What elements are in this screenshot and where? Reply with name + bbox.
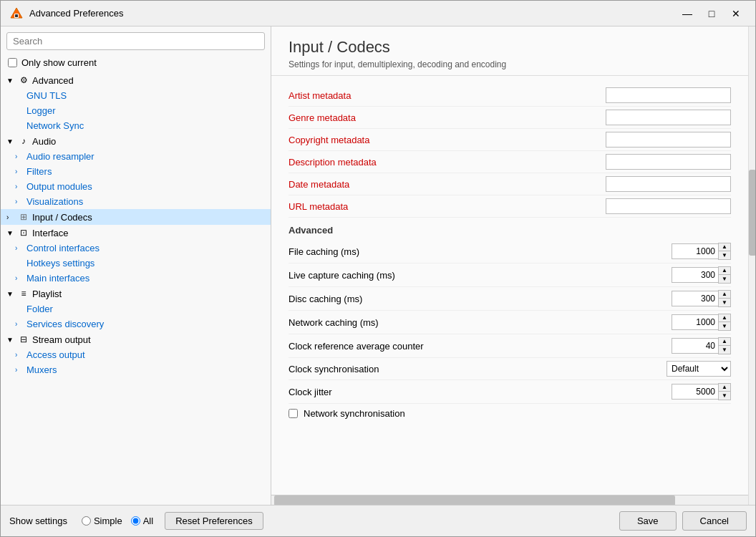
tree-item-audio[interactable]: ▼ ♪ Audio [1, 133, 271, 149]
tree-item-audio-resampler[interactable]: › Audio resampler [1, 149, 271, 164]
radio-simple-input[interactable] [82, 516, 91, 526]
vlc-icon [9, 6, 24, 21]
tree-label-stream-output: Stream output [32, 334, 91, 345]
tree-item-logger[interactable]: Logger [1, 103, 271, 118]
spinbox-down-network-caching[interactable]: ▼ [719, 322, 730, 330]
tree-item-interface[interactable]: ▼ ⊡ Interface [1, 225, 271, 241]
only-show-current-row: Only show current [1, 56, 271, 72]
spinbox-up-file-caching[interactable]: ▲ [719, 243, 730, 251]
field-row-clock-ref: Clock reference average counter ▲ ▼ [289, 334, 731, 358]
clock-sync-dropdown[interactable]: Default None Average [667, 361, 731, 377]
advanced-section-header: Advanced [289, 218, 731, 240]
tree-label-main-interfaces: Main interfaces [26, 273, 89, 284]
field-label-artist: Artist metadata [289, 90, 606, 101]
spinbox-up-clock-ref[interactable]: ▲ [719, 338, 730, 346]
network-sync-checkbox[interactable] [289, 409, 298, 418]
spinbox-clock-ref: ▲ ▼ [672, 337, 731, 354]
field-input-copyright[interactable] [606, 132, 731, 147]
radio-all-input[interactable] [131, 516, 140, 526]
field-input-artist[interactable] [606, 87, 731, 103]
arrow-main-interfaces: › [15, 274, 24, 282]
radio-all: All [131, 516, 153, 526]
network-sync-row: Network synchronisation [289, 404, 731, 423]
tree-item-control-interfaces[interactable]: › Control interfaces [1, 241, 271, 256]
arrow-audio: ▼ [6, 137, 15, 145]
spinbox-down-disc-caching[interactable]: ▼ [719, 299, 730, 306]
radio-group-settings: Simple All [82, 516, 153, 526]
field-input-url[interactable] [606, 198, 731, 214]
arrow-control-interfaces: › [15, 244, 24, 252]
tree-item-output-modules[interactable]: › Output modules [1, 179, 271, 194]
tree-item-visualizations[interactable]: › Visualizations [1, 194, 271, 209]
tree-item-filters[interactable]: › Filters [1, 164, 271, 179]
tree-item-playlist[interactable]: ▼ ≡ Playlist [1, 286, 271, 301]
tree-item-main-interfaces[interactable]: › Main interfaces [1, 271, 271, 286]
bottom-bar: Show settings Simple All Reset Preferenc… [1, 505, 755, 536]
spinbox-input-clock-ref[interactable] [672, 338, 718, 354]
spinbox-arrows-file-caching: ▲ ▼ [718, 243, 731, 260]
field-input-genre[interactable] [606, 110, 731, 125]
tree-item-muxers[interactable]: › Muxers [1, 362, 271, 377]
field-row-genre: Genre metadata [289, 107, 731, 129]
field-row-live-caching: Live capture caching (ms) ▲ ▼ [289, 263, 731, 287]
horizontal-scrollbar-thumb [274, 495, 675, 505]
title-bar: Advanced Preferences — □ ✕ [1, 1, 755, 26]
tree-item-services-discovery[interactable]: › Services discovery [1, 316, 271, 332]
tree-label-control-interfaces: Control interfaces [26, 243, 100, 253]
panel-subtitle: Settings for input, demultiplexing, deco… [289, 59, 731, 69]
field-row-artist: Artist metadata [289, 84, 731, 107]
spinbox-down-file-caching[interactable]: ▼ [719, 251, 730, 259]
minimize-button[interactable]: — [677, 5, 698, 22]
spinbox-up-live-caching[interactable]: ▲ [719, 267, 730, 275]
horizontal-scrollbar[interactable] [271, 495, 748, 505]
spinbox-input-live-caching[interactable] [672, 267, 718, 283]
tree-label-services-discovery: Services discovery [26, 319, 104, 329]
spinbox-down-clock-jitter[interactable]: ▼ [719, 392, 730, 400]
tree-label-network-sync: Network Sync [26, 120, 84, 131]
vertical-scrollbar[interactable] [748, 26, 755, 505]
content-area: Only show current ▼ ⚙ Advanced GNU TLS L… [1, 26, 755, 505]
tree-label-interface: Interface [32, 228, 69, 238]
action-buttons: Save Cancel [619, 511, 747, 531]
tree-item-advanced[interactable]: ▼ ⚙ Advanced [1, 72, 271, 88]
tree-item-folder[interactable]: Folder [1, 301, 271, 316]
spinbox-input-disc-caching[interactable] [672, 291, 718, 306]
spinbox-input-clock-jitter[interactable] [672, 384, 718, 400]
field-label-network-caching: Network caching (ms) [289, 317, 672, 328]
tree-label-muxers: Muxers [26, 364, 57, 375]
save-button[interactable]: Save [619, 511, 677, 531]
tree-item-network-sync[interactable]: Network Sync [1, 118, 271, 133]
spinbox-down-clock-ref[interactable]: ▼ [719, 346, 730, 354]
spinbox-disc-caching: ▲ ▼ [672, 290, 731, 307]
tree-label-hotkeys: Hotkeys settings [26, 258, 94, 268]
field-input-description[interactable] [606, 154, 731, 170]
spinbox-up-network-caching[interactable]: ▲ [719, 314, 730, 322]
tree-label-filters: Filters [26, 166, 52, 177]
tree-item-hotkeys[interactable]: Hotkeys settings [1, 256, 271, 271]
cancel-button[interactable]: Cancel [682, 511, 747, 531]
tree-item-input-codecs[interactable]: › ⊞ Input / Codecs [1, 209, 271, 225]
tree-label-folder: Folder [26, 304, 53, 314]
arrow-stream-output: ▼ [6, 336, 15, 344]
search-input[interactable] [6, 32, 265, 50]
tree-label-input-codecs: Input / Codecs [32, 212, 92, 223]
spinbox-input-network-caching[interactable] [672, 314, 718, 330]
tree-label-visualizations: Visualizations [26, 196, 83, 207]
spinbox-arrows-clock-ref: ▲ ▼ [718, 337, 731, 354]
reset-preferences-button[interactable]: Reset Preferences [165, 512, 263, 530]
tree-item-stream-output[interactable]: ▼ ⊟ Stream output [1, 332, 271, 347]
field-row-date: Date metadata [289, 173, 731, 195]
tree-item-gnu-tls[interactable]: GNU TLS [1, 88, 271, 103]
only-show-current-checkbox[interactable] [8, 58, 17, 67]
spinbox-input-file-caching[interactable] [672, 243, 718, 259]
app-window: Advanced Preferences — □ ✕ Only show cur… [0, 0, 756, 537]
maximize-button[interactable]: □ [701, 5, 722, 22]
tree-item-access-output[interactable]: › Access output [1, 347, 271, 362]
tree-label-playlist: Playlist [32, 289, 62, 299]
field-input-date[interactable] [606, 176, 731, 192]
spinbox-up-disc-caching[interactable]: ▲ [719, 291, 730, 299]
close-button[interactable]: ✕ [725, 5, 747, 22]
spinbox-up-clock-jitter[interactable]: ▲ [719, 384, 730, 392]
field-row-copyright: Copyright metadata [289, 129, 731, 151]
spinbox-down-live-caching[interactable]: ▼ [719, 275, 730, 283]
